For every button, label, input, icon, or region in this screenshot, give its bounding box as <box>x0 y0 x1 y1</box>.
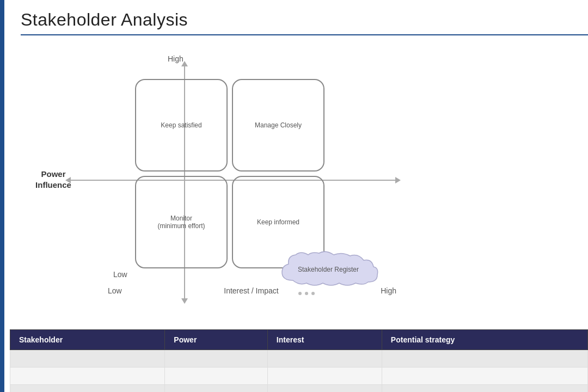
table-section: Stakeholder Power Interest Potential str… <box>10 329 588 392</box>
left-accent-bar <box>0 0 4 392</box>
interest-impact-label: Interest / Impact <box>224 286 278 295</box>
cell-power-3 <box>165 385 268 393</box>
bottom-axis-labels: Low Interest / Impact High <box>108 286 396 295</box>
table-row <box>10 367 588 385</box>
axis-high-x-label: High <box>381 286 396 295</box>
quadrant-keep-satisfied: Keep satisfied <box>135 79 228 171</box>
cloud-label: Stakeholder Register <box>298 266 359 273</box>
cell-interest-3 <box>267 385 382 393</box>
cloud-shape: Stakeholder Register <box>277 250 380 289</box>
quadrant-monitor: Monitor (minimum effort) <box>135 176 228 268</box>
col-stakeholder: Stakeholder <box>10 330 165 350</box>
col-power: Power <box>165 330 268 350</box>
title-underline <box>21 34 588 35</box>
cell-stakeholder-2 <box>10 367 165 385</box>
stakeholder-table: Stakeholder Power Interest Potential str… <box>10 329 588 392</box>
cell-strategy-3 <box>382 385 587 393</box>
content-area: Stakeholder Analysis High Power Influenc… <box>10 0 588 392</box>
table-header: Stakeholder Power Interest Potential str… <box>10 330 588 350</box>
cell-interest-2 <box>267 367 382 385</box>
cell-stakeholder-3: Cr... <box>10 385 165 393</box>
axis-low-x-label: Low <box>108 286 122 295</box>
table-body: Cr... <box>10 350 588 393</box>
cell-power-2 <box>165 367 268 385</box>
col-strategy: Potential strategy <box>382 330 587 350</box>
cell-strategy-2 <box>382 367 587 385</box>
title-section: Stakeholder Analysis <box>10 0 588 30</box>
quadrant-manage-closely: Manage Closely <box>232 79 324 171</box>
col-interest: Interest <box>267 330 382 350</box>
page-container: Stakeholder Analysis High Power Influenc… <box>0 0 588 392</box>
cell-strategy-1 <box>382 350 587 367</box>
diagram-area: High Power Influence Keep satisfied Mana… <box>26 49 418 316</box>
cell-interest-1 <box>267 350 382 367</box>
table-row: Cr... <box>10 385 588 393</box>
quadrant-grid: Keep satisfied Manage Closely Monitor (m… <box>135 79 324 268</box>
axis-low-y-label: Low <box>113 270 127 279</box>
table-header-row: Stakeholder Power Interest Potential str… <box>10 330 588 350</box>
cell-power-1 <box>165 350 268 367</box>
table-row <box>10 350 588 367</box>
cell-stakeholder-1 <box>10 350 165 367</box>
page-title: Stakeholder Analysis <box>21 10 588 30</box>
